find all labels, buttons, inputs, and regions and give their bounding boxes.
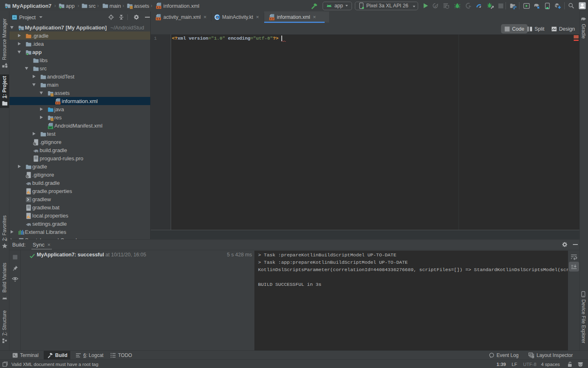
- svg-text:MF: MF: [49, 126, 52, 129]
- svg-text:A: A: [434, 5, 436, 8]
